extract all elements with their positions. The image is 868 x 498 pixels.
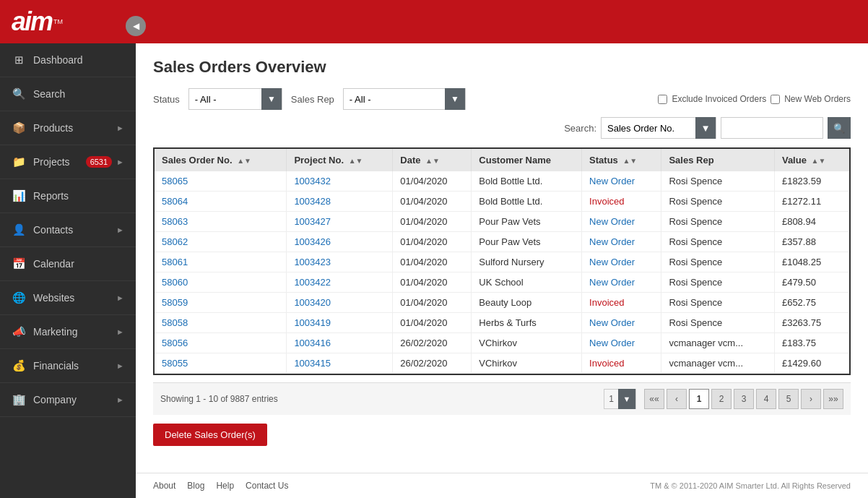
project-no-link[interactable]: 1003432 [294, 176, 331, 186]
sales-order-link[interactable]: 58059 [162, 297, 188, 308]
sales-order-link[interactable]: 58062 [162, 236, 188, 247]
cell-sales-order-no: 58063 [155, 212, 287, 232]
first-page-button[interactable]: «« [644, 389, 664, 409]
project-no-link[interactable]: 1003426 [294, 236, 331, 247]
footer-blog-link[interactable]: Blog [187, 481, 204, 491]
page-2-button[interactable]: 2 [711, 389, 732, 409]
cell-sales-order-no: 58061 [155, 252, 287, 272]
project-no-link[interactable]: 1003420 [294, 297, 331, 308]
project-no-link[interactable]: 1003416 [294, 338, 331, 348]
table-row: 58064 1003428 01/04/2020 Bold Bottle Ltd… [155, 192, 849, 212]
page-4-button[interactable]: 4 [756, 389, 776, 409]
page-5-button[interactable]: 5 [778, 389, 799, 409]
prev-page-button[interactable]: ‹ [667, 389, 687, 409]
cell-value: £183.75 [774, 333, 849, 353]
sidebar-item-label: Websites [33, 292, 116, 304]
sidebar-item-marketing[interactable]: 📣 Marketing ► [0, 315, 136, 349]
cell-date: 01/04/2020 [393, 272, 472, 293]
sidebar-item-reports[interactable]: 📊 Reports [0, 179, 136, 213]
status-filter-input[interactable] [189, 89, 261, 109]
project-no-link[interactable]: 1003415 [294, 358, 331, 369]
status-filter-dropdown-btn[interactable]: ▼ [261, 88, 282, 110]
products-icon: 📦 [12, 121, 26, 134]
sales-order-link[interactable]: 58063 [162, 216, 188, 227]
col-date[interactable]: Date ▲▼ [393, 149, 472, 171]
col-status[interactable]: Status ▲▼ [582, 149, 661, 171]
col-customer-name[interactable]: Customer Name [472, 149, 582, 171]
page-size-wrap[interactable]: 1 ▼ [604, 389, 636, 409]
salesrep-filter-input[interactable] [344, 89, 445, 109]
page-size-dropdown-btn[interactable]: ▼ [618, 389, 635, 409]
new-web-orders-checkbox[interactable] [771, 95, 780, 104]
cell-value: £357.88 [774, 232, 849, 252]
exclude-invoiced-checkbox[interactable] [658, 95, 667, 104]
cell-status: New Order [582, 171, 661, 192]
sales-order-link[interactable]: 58064 [162, 196, 188, 207]
cell-project-no: 1003428 [287, 192, 393, 212]
footer-contact-link[interactable]: Contact Us [246, 481, 288, 491]
col-value[interactable]: Value ▲▼ [774, 149, 849, 171]
sales-order-link[interactable]: 58065 [162, 176, 188, 186]
last-page-button[interactable]: »» [823, 389, 843, 409]
sales-order-link[interactable]: 58061 [162, 257, 188, 267]
cell-project-no: 1003432 [287, 171, 393, 192]
project-no-link[interactable]: 1003419 [294, 317, 331, 328]
project-no-link[interactable]: 1003422 [294, 277, 331, 288]
cell-sales-order-no: 58058 [155, 313, 287, 333]
next-page-button[interactable]: › [801, 389, 821, 409]
cell-sales-order-no: 58056 [155, 333, 287, 353]
status-filter-label: Status [153, 94, 180, 105]
delete-sales-orders-button[interactable]: Delete Sales Order(s) [153, 424, 267, 446]
page-3-button[interactable]: 3 [734, 389, 754, 409]
footer-help-link[interactable]: Help [216, 481, 234, 491]
page-1-button[interactable]: 1 [689, 389, 709, 409]
cell-sales-rep: Rosi Spence [661, 192, 774, 212]
sidebar-item-dashboard[interactable]: ⊞ Dashboard [0, 43, 136, 77]
cell-value: £479.50 [774, 272, 849, 293]
project-no-link[interactable]: 1003428 [294, 196, 331, 207]
col-project-no[interactable]: Project No. ▲▼ [287, 149, 393, 171]
sidebar-item-label: Contacts [33, 224, 116, 236]
col-sales-order-no[interactable]: Sales Order No. ▲▼ [155, 149, 287, 171]
sidebar-item-calendar[interactable]: 📅 Calendar [0, 247, 136, 281]
sidebar-header: aim TM [0, 0, 136, 43]
sidebar-item-products[interactable]: 📦 Products ► [0, 111, 136, 145]
search-label: Search: [564, 123, 596, 134]
status-filter[interactable]: ▼ [188, 88, 282, 110]
cell-status: New Order [582, 272, 661, 293]
salesrep-filter-dropdown-btn[interactable]: ▼ [445, 88, 465, 110]
cell-status: New Order [582, 212, 661, 232]
sales-order-link[interactable]: 58056 [162, 338, 188, 348]
cell-date: 26/02/2020 [393, 333, 472, 353]
project-no-link[interactable]: 1003423 [294, 257, 331, 267]
cell-sales-order-no: 58064 [155, 192, 287, 212]
sidebar-collapse-button[interactable]: ◀ [126, 16, 146, 36]
table-header-row: Sales Order No. ▲▼ Project No. ▲▼ Date ▲… [155, 149, 849, 171]
cell-value: £1429.60 [774, 353, 849, 374]
project-no-link[interactable]: 1003427 [294, 216, 331, 227]
cell-status: New Order [582, 252, 661, 272]
sales-order-link[interactable]: 58055 [162, 358, 188, 369]
sidebar-item-contacts[interactable]: 👤 Contacts ► [0, 213, 136, 247]
search-type-input[interactable] [602, 118, 695, 138]
sidebar-item-websites[interactable]: 🌐 Websites ► [0, 281, 136, 315]
footer-about-link[interactable]: About [153, 481, 175, 491]
sidebar-item-company[interactable]: 🏢 Company ► [0, 383, 136, 417]
sidebar-item-financials[interactable]: 💰 Financials ► [0, 349, 136, 383]
cell-project-no: 1003419 [287, 313, 393, 333]
search-type-dropdown-btn[interactable]: ▼ [695, 117, 716, 139]
sidebar-item-label: Calendar [33, 258, 124, 270]
salesrep-filter[interactable]: ▼ [343, 88, 466, 110]
cell-status: New Order [582, 313, 661, 333]
sidebar-item-projects[interactable]: 📁 Projects 6531 ► [0, 145, 136, 179]
search-input[interactable] [721, 118, 823, 138]
sales-order-link[interactable]: 58058 [162, 317, 188, 328]
cell-project-no: 1003420 [287, 293, 393, 313]
sales-order-link[interactable]: 58060 [162, 277, 188, 288]
search-button[interactable]: 🔍 [828, 117, 851, 139]
cell-sales-rep: Rosi Spence [661, 232, 774, 252]
col-sales-rep[interactable]: Sales Rep [661, 149, 774, 171]
status-badge: Invoiced [589, 196, 624, 207]
cell-sales-order-no: 58060 [155, 272, 287, 293]
sidebar-item-search[interactable]: 🔍 Search [0, 77, 136, 111]
